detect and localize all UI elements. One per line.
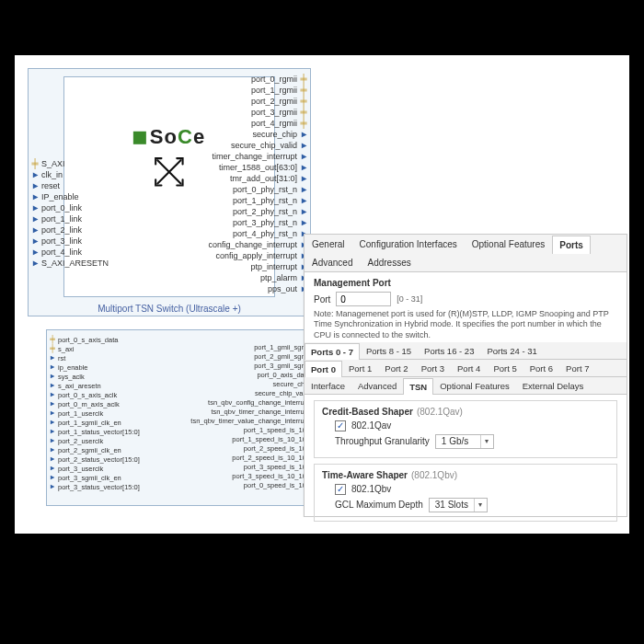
pin-clk-in[interactable]: ▸clk_in	[31, 170, 63, 179]
pin-tsn-qbv-timer-change-interrupt[interactable]: ▸tsn_qbv_timer_change_interrupt	[211, 408, 318, 415]
pin-icon: ▸	[50, 456, 55, 462]
pin-port-2-userclk[interactable]: ▸port_2_userclk	[50, 437, 103, 444]
pin-icon: ▸	[300, 208, 307, 215]
pin-sys-aclk[interactable]: ▸sys_aclk	[50, 373, 85, 380]
pin-s-axi-aresetn[interactable]: ▸S_AXI_ARESETN	[31, 259, 109, 268]
pin-port-3-status-vector-15-0-[interactable]: ▸port_3_status_vector[15:0]	[50, 483, 140, 490]
pin-port-1-status-vector-15-0-[interactable]: ▸port_1_status_vector[15:0]	[50, 428, 140, 435]
pin-config-apply-interrupt[interactable]: ▸config_apply_interrupt	[215, 251, 307, 260]
tab-port-6[interactable]: Port 6	[523, 360, 559, 376]
tab-tsn[interactable]: TSN	[403, 378, 433, 395]
tab-advanced[interactable]: Advanced	[351, 377, 403, 394]
pin-port-0-s-axis-aclk[interactable]: ▸port_0_s_axis_aclk	[50, 391, 117, 398]
chevron-down-icon: ▾	[474, 499, 487, 512]
pin-icon: ▸	[50, 410, 55, 416]
tab-addresses[interactable]: Addresses	[360, 253, 418, 271]
tas-gcl-select[interactable]: 31 Slots ▾	[429, 498, 488, 512]
pin-tmr-add-out-31-0-[interactable]: ▸tmr_add_out[31:0]	[230, 174, 307, 183]
tab-ports-24-31[interactable]: Ports 24 - 31	[480, 342, 543, 359]
pin-timer-change-interrupt[interactable]: ▸timer_change_interrupt	[212, 152, 307, 161]
tab-port-4[interactable]: Port 4	[451, 360, 487, 376]
tab-port-2[interactable]: Port 2	[378, 360, 414, 376]
tab-port-3[interactable]: Port 3	[415, 360, 451, 376]
tab-port-1[interactable]: Port 1	[342, 360, 378, 376]
pin-reset[interactable]: ▸reset	[31, 181, 60, 190]
pin-secure-chip-valid[interactable]: ▸secure_chip_valid	[231, 141, 307, 150]
bus-pin-icon: ╪	[300, 109, 307, 116]
tab-optional-features[interactable]: Optional Features	[465, 235, 553, 253]
pin-ip-enable[interactable]: ▸IP_enable	[31, 192, 79, 201]
pin-port-4-phy-rst-n[interactable]: ▸port_4_phy_rst_n	[233, 229, 307, 238]
pin-port-2-link[interactable]: ▸port_2_link	[31, 225, 82, 235]
pin-port-2-rgmii[interactable]: ╪port_2_rgmii	[251, 97, 307, 106]
tab-external-delays[interactable]: External Delays	[516, 377, 591, 394]
pin-icon: ▸	[31, 193, 39, 201]
pin-port-4-rgmii[interactable]: ╪port_4_rgmii	[251, 119, 307, 128]
cbs-enable-checkbox[interactable]	[335, 420, 346, 431]
pin-ptp-alarm[interactable]: ▸ptp_alarm	[260, 273, 307, 282]
pin-port-2-phy-rst-n[interactable]: ▸port_2_phy_rst_n	[233, 207, 307, 216]
tab-ports-16-23[interactable]: Ports 16 - 23	[418, 342, 480, 359]
pin-secure-chip[interactable]: ▸secure_chip	[252, 130, 307, 139]
pin-port-0-s-axis-data[interactable]: ╪port_0_s_axis_data	[50, 336, 118, 343]
tab-advanced[interactable]: Advanced	[305, 253, 360, 271]
pin-port-4-link[interactable]: ▸port_4_link	[31, 247, 82, 257]
tab-configuration-interfaces[interactable]: Configuration Interfaces	[352, 235, 465, 253]
pin-icon: ▸	[50, 401, 55, 407]
pin-label: port_1_rgmii	[251, 86, 297, 95]
chip-icon	[133, 132, 146, 144]
tas-enable-checkbox[interactable]	[335, 484, 346, 495]
pin-ptp-interrupt[interactable]: ▸ptp_interrupt	[250, 262, 307, 271]
pin-label: ptp_interrupt	[250, 262, 297, 271]
pin-port-3-rgmii[interactable]: ╪port_3_rgmii	[251, 108, 307, 117]
pin-port-3-link[interactable]: ▸port_3_link	[31, 236, 82, 246]
pin-port-1-link[interactable]: ▸port_1_link	[31, 214, 82, 224]
pin-port-2-sgmii-clk-en[interactable]: ▸port_2_sgmii_clk_en	[50, 446, 121, 454]
pin-s-axi[interactable]: ╪s_axi	[50, 345, 75, 352]
pin-icon: ▸	[300, 164, 307, 171]
tab-ports[interactable]: Ports	[552, 236, 591, 254]
pin-s-axi-aresetn[interactable]: ▸s_axi_aresetn	[50, 382, 101, 389]
tab-interface[interactable]: Interface	[305, 377, 351, 394]
pin-port-0-rgmii[interactable]: ╪port_0_rgmii	[251, 75, 307, 84]
pin-icon: ▸	[31, 248, 39, 256]
pin-port-0-m-axis-aclk[interactable]: ▸port_0_m_axis_aclk	[50, 400, 120, 408]
pin-port-2-status-vector-15-0-[interactable]: ▸port_2_status_vector[15:0]	[50, 455, 140, 463]
tab-ports-8-15[interactable]: Ports 8 - 15	[360, 342, 418, 359]
pin-port-0-phy-rst-n[interactable]: ▸port_0_phy_rst_n	[233, 185, 307, 194]
pin-timer-1588-out-63-0-[interactable]: ▸timer_1588_out[63:0]	[219, 163, 307, 172]
pin-port-1-userclk[interactable]: ▸port_1_userclk	[50, 409, 103, 417]
management-port-input[interactable]	[336, 292, 391, 306]
pin-config-change-interrupt[interactable]: ▸config_change_interrupt	[208, 240, 307, 249]
tab-general[interactable]: General	[305, 235, 352, 253]
pin-label: port_2_status_vector[15:0]	[58, 455, 140, 464]
pin-port-0-link[interactable]: ▸port_0_link	[31, 203, 82, 213]
pin-port-1-phy-rst-n[interactable]: ▸port_1_phy_rst_n	[233, 196, 307, 205]
pin-port-1-rgmii[interactable]: ╪port_1_rgmii	[251, 86, 307, 95]
pin-port-3-sgmii-clk-en[interactable]: ▸port_3_sgmii_clk_en	[50, 474, 121, 481]
pin-icon: ▸	[31, 259, 39, 267]
tab-ports-0-7[interactable]: Ports 0 - 7	[305, 343, 360, 360]
pin-ip-enable[interactable]: ▸ip_enable	[50, 363, 88, 371]
tab-optional-features[interactable]: Optional Features	[433, 377, 516, 394]
pin-rst[interactable]: ▸rst	[50, 354, 65, 362]
pin-tsn-qbv-timer-value-change-interrupt[interactable]: ▸tsn_qbv_timer_value_change_interrupt	[190, 417, 318, 424]
bus-pin-icon: ╪	[300, 120, 307, 127]
pin-port-1-sgmii-clk-en[interactable]: ▸port_1_sgmii_clk_en	[50, 419, 121, 426]
pin-label: port_0_s_axis_data	[58, 336, 118, 344]
pin-s-axi[interactable]: ╪S_AXI	[31, 159, 65, 168]
management-note: Note: Managemenet port is used for (R)(M…	[314, 309, 617, 340]
tas-title: Time-Aware Shaper	[322, 470, 408, 480]
pin-port-3-phy-rst-n[interactable]: ▸port_3_phy_rst_n	[233, 218, 307, 227]
pin-tsn-qbv-config-change-interrupt[interactable]: ▸tsn_qbv_config_change_interrupt	[208, 398, 318, 406]
pin-label: port_1_gmii_sgmii	[254, 343, 310, 351]
tab-port-0[interactable]: Port 0	[305, 361, 342, 377]
pin-icon: ▸	[50, 392, 55, 397]
cbs-granularity-select[interactable]: 1 Gb/s ▾	[435, 434, 494, 449]
pin-icon: ▸	[50, 383, 55, 388]
pin-icon: ▸	[50, 466, 55, 471]
tab-port-7[interactable]: Port 7	[559, 360, 595, 376]
pin-port-3-userclk[interactable]: ▸port_3_userclk	[50, 465, 103, 472]
pin-pps-out[interactable]: ▸pps_out	[268, 284, 307, 293]
tab-port-5[interactable]: Port 5	[487, 360, 523, 376]
